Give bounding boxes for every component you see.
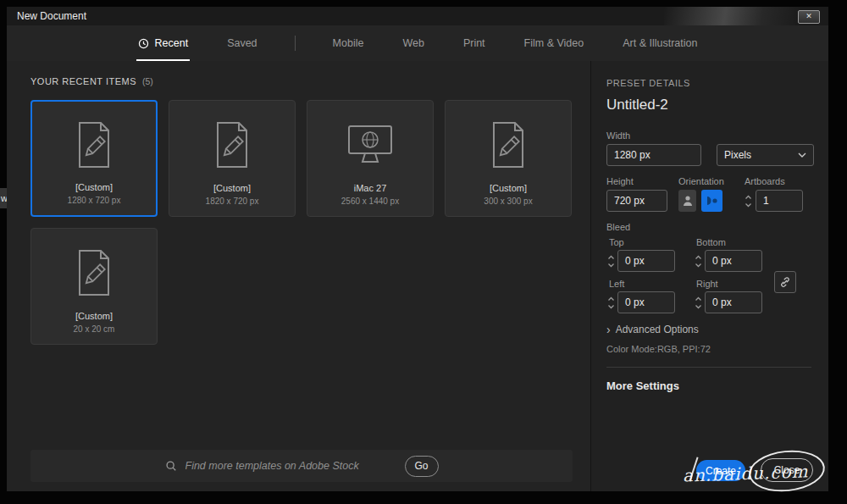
tab-label: Mobile xyxy=(333,37,364,49)
units-dropdown[interactable]: Pixels xyxy=(717,144,814,166)
color-mode-summary: Color Mode:RGB, PPI:72 xyxy=(606,344,711,354)
height-label: Height xyxy=(606,176,634,186)
imac-globe-icon xyxy=(346,101,395,183)
advanced-options-toggle[interactable]: › Advanced Options xyxy=(606,324,699,335)
template-name: [Custom] xyxy=(213,183,251,193)
desktop-background: w New Document ✕ Recent Saved Mobile Web… xyxy=(0,0,847,504)
bleed-link-values-button[interactable] xyxy=(774,271,796,293)
link-icon xyxy=(779,276,791,288)
dialog-close-button[interactable]: ✕ xyxy=(798,10,820,24)
orientation-label: Orientation xyxy=(678,176,724,186)
template-card-custom-300x300[interactable]: [Custom] 300 x 300 px xyxy=(445,100,572,217)
bleed-right-label: Right xyxy=(696,279,718,289)
close-icon: ✕ xyxy=(805,12,812,20)
chevron-down-icon xyxy=(798,152,806,158)
document-pencil-icon xyxy=(73,102,115,182)
template-size: 1820 x 720 px xyxy=(206,197,259,206)
tab-label: Print xyxy=(463,37,485,49)
tab-divider xyxy=(295,36,296,51)
stepper-up-icon xyxy=(695,296,702,302)
template-name: [Custom] xyxy=(490,183,527,193)
bleed-label: Bleed xyxy=(606,222,630,232)
template-size: 20 x 20 cm xyxy=(74,324,115,334)
template-size: 300 x 300 px xyxy=(484,197,532,206)
tab-label: Recent xyxy=(155,37,189,49)
panel-divider xyxy=(606,367,811,368)
document-pencil-icon xyxy=(211,101,253,183)
preset-details-heading: PRESET DETAILS xyxy=(606,78,690,88)
dialog-main: YOUR RECENT ITEMS(5) [Custom] 1280 x 720… xyxy=(7,61,828,491)
clock-icon xyxy=(138,38,149,49)
document-pencil-icon xyxy=(487,101,529,183)
tab-film-video[interactable]: Film & Video xyxy=(523,25,586,61)
template-name: [Custom] xyxy=(75,311,113,321)
bleed-bottom-label: Bottom xyxy=(696,237,726,247)
stepper-down-icon xyxy=(607,304,615,309)
create-button[interactable]: Create xyxy=(696,460,745,481)
tab-recent[interactable]: Recent xyxy=(136,25,191,61)
recent-items-grid: [Custom] 1280 x 720 px [Custom] 1820 x 7… xyxy=(30,100,574,345)
tab-print[interactable]: Print xyxy=(462,25,487,61)
tab-saved[interactable]: Saved xyxy=(225,25,258,61)
advanced-options-label: Advanced Options xyxy=(616,324,699,335)
stepper-up-icon xyxy=(695,255,702,260)
portrait-person-icon xyxy=(683,195,693,207)
bleed-left-stepper[interactable] xyxy=(606,291,615,313)
width-label: Width xyxy=(606,130,630,141)
template-card-custom-20x20cm[interactable]: [Custom] 20 x 20 cm xyxy=(30,228,158,345)
stepper-down-icon xyxy=(745,202,752,208)
tab-web[interactable]: Web xyxy=(401,25,425,61)
stepper-up-icon xyxy=(607,296,615,302)
dialog-title: New Document xyxy=(17,10,86,22)
dialog-titlebar: New Document ✕ xyxy=(7,7,828,25)
template-card-imac-27[interactable]: iMac 27 2560 x 1440 px xyxy=(307,100,434,217)
artboards-label: Artboards xyxy=(745,176,785,186)
search-icon xyxy=(165,460,177,472)
more-settings-button[interactable]: More Settings xyxy=(606,379,679,392)
template-card-custom-1280x720[interactable]: [Custom] 1280 x 720 px xyxy=(30,100,158,217)
go-button[interactable]: Go xyxy=(405,456,439,477)
bleed-right-input[interactable] xyxy=(705,291,762,313)
template-size: 1280 x 720 px xyxy=(68,196,121,205)
stepper-up-icon xyxy=(745,195,752,200)
stepper-up-icon xyxy=(607,255,615,260)
orientation-landscape-button[interactable] xyxy=(701,190,722,212)
tab-art-illustration[interactable]: Art & Illustration xyxy=(621,25,699,61)
search-input[interactable] xyxy=(184,459,386,473)
units-value: Pixels xyxy=(724,149,751,161)
adobe-stock-search-bar: Go xyxy=(30,450,573,482)
recent-items-count: (5) xyxy=(142,76,153,86)
stepper-down-icon xyxy=(695,263,702,268)
tab-mobile[interactable]: Mobile xyxy=(331,25,366,61)
templates-area: YOUR RECENT ITEMS(5) [Custom] 1280 x 720… xyxy=(7,61,590,491)
tab-label: Film & Video xyxy=(524,37,584,49)
width-input[interactable] xyxy=(606,144,701,166)
bleed-left-input[interactable] xyxy=(617,291,675,313)
artboards-input[interactable] xyxy=(756,190,803,212)
bleed-bottom-input[interactable] xyxy=(705,250,762,272)
chevron-right-icon: › xyxy=(606,324,611,335)
bleed-bottom-stepper[interactable] xyxy=(694,250,702,272)
bleed-right-stepper[interactable] xyxy=(694,291,702,313)
bleed-top-stepper[interactable] xyxy=(606,250,615,272)
artboards-stepper[interactable] xyxy=(744,190,752,212)
recent-items-title: YOUR RECENT ITEMS xyxy=(30,76,136,86)
document-name[interactable]: Untitled-2 xyxy=(606,97,668,114)
template-card-custom-1820x720[interactable]: [Custom] 1820 x 720 px xyxy=(169,100,296,217)
template-size: 2560 x 1440 px xyxy=(341,197,399,206)
tab-bar: Recent Saved Mobile Web Print Film & Vid… xyxy=(7,25,828,61)
dialog-body: Recent Saved Mobile Web Print Film & Vid… xyxy=(7,25,828,491)
height-input[interactable] xyxy=(606,190,667,212)
landscape-person-icon xyxy=(706,196,718,206)
stepper-down-icon xyxy=(607,263,615,268)
template-name: [Custom] xyxy=(75,182,113,192)
stepper-down-icon xyxy=(695,304,702,309)
orientation-portrait-button[interactable] xyxy=(678,190,696,212)
tab-label: Saved xyxy=(227,37,257,49)
recent-items-heading: YOUR RECENT ITEMS(5) xyxy=(30,76,153,86)
bleed-top-input[interactable] xyxy=(617,250,675,272)
template-name: iMac 27 xyxy=(354,183,387,193)
document-pencil-icon xyxy=(73,229,115,311)
preset-details-panel: PRESET DETAILS Untitled-2 Width Pixels H… xyxy=(590,61,828,491)
close-button[interactable]: Close xyxy=(761,458,813,482)
